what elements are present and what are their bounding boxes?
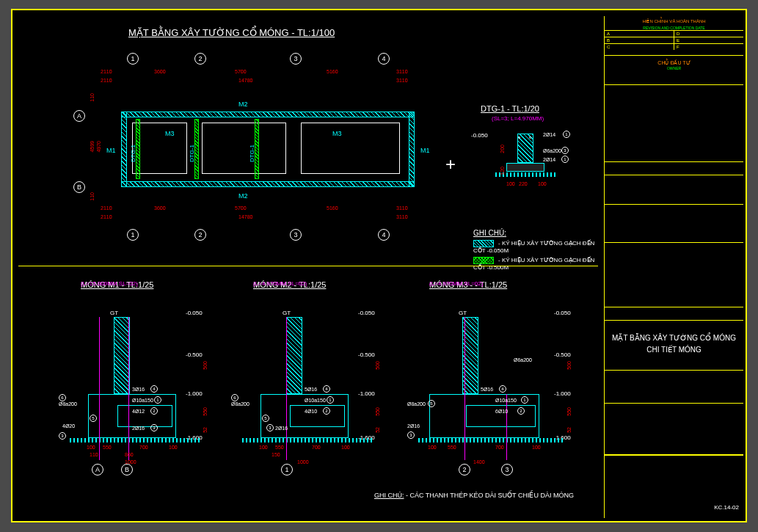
label-dtg: DTG-1 xyxy=(249,145,255,162)
dim: 100 xyxy=(506,181,515,186)
rebar: 2Ø16 xyxy=(132,426,145,431)
sheet-title-2: CHI TIẾT MÓNG xyxy=(605,346,743,354)
rebar: Ø8a200 xyxy=(59,401,77,407)
label-M1: M1 xyxy=(420,147,430,154)
dim: 3600 xyxy=(154,205,166,211)
grid-bubble-A: A xyxy=(73,110,85,122)
dim: 3110 xyxy=(396,78,408,83)
rebar: 3Ø16 xyxy=(132,387,145,392)
grid-bubble-4-top: 4 xyxy=(378,53,390,65)
dim: 3110 xyxy=(396,214,408,219)
rebar: 4Ø20 xyxy=(62,423,75,429)
footnote: GHI CHÚ: - CÁC THANH THÉP KÉO DÀI SUỐT C… xyxy=(374,492,574,499)
dim: 3600 xyxy=(154,69,166,74)
wall-bottom xyxy=(121,181,415,187)
section-m2: MÓNG M2 - TL:1/25 (L=4.970MM,SL=02) GT -… xyxy=(231,280,400,471)
gt: GT xyxy=(459,310,467,316)
dim: 2110 xyxy=(101,69,112,74)
rebar-tag: 1 xyxy=(563,131,570,138)
room xyxy=(132,123,187,174)
dtg-footing xyxy=(506,163,544,172)
titleblock: HIỆN CHỈNH VÀ HOÀN THÀNH REVISION AND CO… xyxy=(604,16,743,518)
m3-sub: (L=4.970MM,SL=02) xyxy=(429,280,483,287)
wall-left xyxy=(121,112,127,187)
legend-swatch-2 xyxy=(473,257,494,264)
dim: 14780 xyxy=(238,214,252,219)
grid-bubble-1-bot: 1 xyxy=(127,229,139,241)
label-M2: M2 xyxy=(238,101,248,108)
dim: 5160 xyxy=(327,69,338,74)
dim: 3110 xyxy=(396,69,408,74)
grid-B: B xyxy=(121,464,133,475)
label-M3: M3 xyxy=(332,130,342,137)
gt: GT xyxy=(110,310,118,316)
rebar-tag: 3 xyxy=(561,147,569,154)
rebar: 2Ø14 xyxy=(543,157,555,162)
grid-bubble-B: B xyxy=(73,181,85,193)
label-dtg: DTG-1 xyxy=(130,145,136,162)
grid-line xyxy=(99,317,100,460)
rebar-dot xyxy=(529,136,531,139)
grid-bubble-4-bot: 4 xyxy=(378,229,390,241)
room xyxy=(301,123,400,174)
dim: 2110 xyxy=(101,214,112,219)
soil xyxy=(70,438,202,442)
dim: 4599 xyxy=(90,141,95,153)
dim: 5700 xyxy=(235,205,247,211)
elev: -1.000 xyxy=(186,390,203,397)
crosshair-icon: + xyxy=(445,154,456,175)
grid-bubble-3-top: 3 xyxy=(290,53,302,65)
rebar: 2Ø14 xyxy=(543,132,555,137)
tb-hdr1: HIỆN CHỈNH VÀ HOÀN THÀNH xyxy=(605,16,743,26)
dim: 200 xyxy=(500,145,505,153)
label-M1: M1 xyxy=(106,147,116,154)
gt: GT xyxy=(283,310,291,316)
dtg-elev: -0.050 xyxy=(471,132,488,139)
wall-right xyxy=(409,112,415,187)
elev: -0.050 xyxy=(186,310,203,316)
legend: GHI CHÚ: - KÝ HIỆU XÂY TƯỜNG GẠCH ĐẾN CỐ… xyxy=(473,229,598,271)
legend-title: GHI CHÚ: xyxy=(473,229,598,237)
rebar-tag: 1 xyxy=(561,156,569,163)
dtg-sub: (SL=3; L=4.970MM) xyxy=(492,115,544,122)
dtg-title: DTG-1 - TL:1/20 xyxy=(481,104,539,113)
legend-swatch-1 xyxy=(473,240,494,247)
grid-bubble-1-top: 1 xyxy=(127,53,139,65)
grid-bubble-2-bot: 2 xyxy=(194,229,206,241)
rebar: Ø6a200 xyxy=(543,148,561,153)
dim: 5700 xyxy=(235,69,247,74)
dim: 2110 xyxy=(101,205,112,211)
elev: -0.500 xyxy=(186,351,203,358)
dim: 5160 xyxy=(327,205,338,211)
room xyxy=(202,123,286,174)
wall xyxy=(114,317,130,394)
plan-title: MẶT BẰNG XÂY TƯỜNG CỔ MÓNG - TL:1/100 xyxy=(128,27,335,38)
label-M3: M3 xyxy=(165,130,175,137)
m1-sub: (L=15.000MM,SL=02) xyxy=(81,280,138,287)
dim: 3110 xyxy=(396,205,408,211)
dim: 100 xyxy=(538,181,547,186)
grid-A: A xyxy=(92,464,103,475)
dim: 14780 xyxy=(238,78,252,83)
grid-bubble-2-top: 2 xyxy=(194,53,206,65)
m2-sub: (L=4.970MM,SL=02) xyxy=(253,280,307,287)
dim: 220 xyxy=(519,181,528,186)
rebar-dot xyxy=(518,136,520,139)
dim: 120 xyxy=(500,167,505,175)
rebar: 4Ø12 xyxy=(132,409,145,414)
grid-bubble-3-bot: 3 xyxy=(290,229,302,241)
section-m1: MÓNG M1 - TL:1/25 (L=15.000MM,SL=02) GT … xyxy=(59,280,227,471)
rebar: Ø10a150 xyxy=(132,398,153,403)
dim: 110 xyxy=(90,93,95,102)
drawing-sheet: MẶT BẰNG XÂY TƯỜNG CỔ MÓNG - TL:1/100 1 … xyxy=(11,9,747,522)
foot-inner xyxy=(117,405,172,427)
sheet-title-1: MẶT BẰNG XÂY TƯỜNG CỔ MÓNG xyxy=(605,334,743,342)
model-space[interactable]: MẶT BẰNG XÂY TƯỜNG CỔ MÓNG - TL:1/100 1 … xyxy=(18,16,598,518)
wall-top xyxy=(121,112,415,117)
section-m3: MÓNG M3 - - TL:1/25 (L=4.970MM,SL=02) GT… xyxy=(407,280,576,471)
sheet-number: KC.14-02 xyxy=(714,504,739,511)
dim: 4970 xyxy=(96,141,101,153)
grid-line xyxy=(128,317,129,460)
label-M2: M2 xyxy=(238,192,248,200)
dim: 2110 xyxy=(101,78,112,83)
